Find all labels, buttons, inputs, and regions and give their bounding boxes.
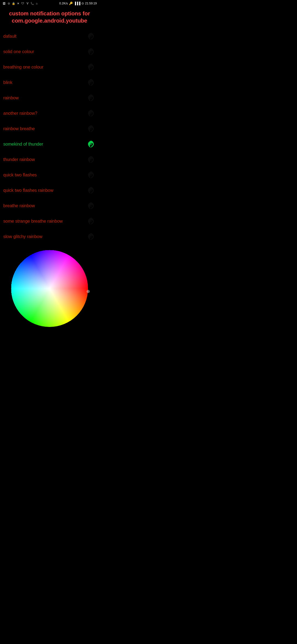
vpn-icon: 🔒	[12, 1, 15, 5]
list-item-slow-glitchy-rainbow[interactable]: slow glitchy rainbow	[2, 229, 97, 244]
list-item-some-strange-breathe-rainbow[interactable]: some strange breathe rainbow	[2, 214, 97, 229]
list-item-label-breathing-one-colour: breathing one colour	[3, 65, 43, 70]
rog-icon-rainbow	[86, 93, 96, 103]
list-item-label-thunder-rainbow: thunder rainbow	[3, 157, 35, 162]
list-item-label-another-rainbow: another rainbow?	[3, 111, 37, 116]
list-item-quick-two-flashes-rainbow[interactable]: quick two flashes rainbow	[2, 183, 97, 198]
gallery-icon: 🖼	[2, 1, 6, 5]
call-icon: ✕	[16, 1, 20, 5]
list-item-rainbow[interactable]: rainbow	[2, 90, 97, 106]
list-item-solid-one-colour[interactable]: solid one colour	[2, 44, 97, 59]
list-item-rainbow-breathe[interactable]: rainbow breathe	[2, 121, 97, 137]
crosshair-icon: ⊕	[85, 288, 91, 294]
list-item-thunder-rainbow[interactable]: thunder rainbow	[2, 152, 97, 167]
list-item-label-rainbow: rainbow	[3, 95, 19, 100]
rog-icon-quick-two-flashes-rainbow	[86, 185, 96, 195]
shield-icon: 🛡	[21, 1, 25, 5]
app-icon: ⌂	[35, 1, 39, 5]
list-item-label-quick-two-flashes-rainbow: quick two flashes rainbow	[3, 188, 53, 193]
list-item-label-some-strange-breathe-rainbow: some strange breathe rainbow	[3, 219, 63, 224]
list-item-blink[interactable]: blink	[2, 75, 97, 90]
status-icons-left: 🖼 ⊙ 🔒 ✕ 🛡 V 📞 ⌂	[2, 1, 39, 5]
options-list: dafault solid one colour breathing one c…	[0, 29, 99, 244]
page-title: custom notification options for com.goog…	[0, 7, 99, 29]
network-speed: 0.2K/s	[59, 2, 68, 5]
color-wheel[interactable]	[11, 250, 88, 327]
rog-icon-slow-glitchy-rainbow	[86, 232, 96, 242]
list-item-breathing-one-colour[interactable]: breathing one colour	[2, 59, 97, 75]
rog-icon-somekind-of-thunder	[86, 139, 96, 149]
rog-icon-rainbow-breathe	[86, 124, 96, 134]
rog-icon-some-strange-breathe-rainbow	[86, 216, 96, 226]
key-icon: 🔑	[69, 2, 73, 5]
list-item-breathe-rainbow[interactable]: breathe rainbow	[2, 198, 97, 214]
signal-icon: ▐▐▐	[74, 2, 80, 5]
list-item-label-default: dafault	[3, 34, 16, 39]
list-item-label-rainbow-breathe: rainbow breathe	[3, 126, 35, 131]
rog-icon-default	[86, 31, 96, 41]
rog-icon-another-rainbow	[86, 108, 96, 118]
status-right: 0.2K/s 🔑 ▐▐▐ ⊙ 21:59:19	[59, 2, 97, 5]
list-item-somekind-of-thunder[interactable]: somekind of thunder	[2, 137, 97, 152]
color-wheel-container[interactable]: ⊕	[0, 244, 99, 338]
rog-icon-thunder-rainbow	[86, 155, 96, 165]
list-item-label-solid-one-colour: solid one colour	[3, 49, 34, 54]
list-item-label-quick-two-flashes: quick two flashes	[3, 173, 37, 178]
list-item-quick-two-flashes[interactable]: quick two flashes	[2, 167, 97, 183]
clock-icon: ⊙	[81, 2, 84, 5]
rog-icon-quick-two-flashes	[86, 170, 96, 180]
time-display: 21:59:19	[85, 2, 97, 5]
list-item-label-slow-glitchy-rainbow: slow glitchy rainbow	[3, 234, 42, 239]
status-bar: 🖼 ⊙ 🔒 ✕ 🛡 V 📞 ⌂ 0.2K/s 🔑 ▐▐▐ ⊙ 21:59:19	[0, 0, 99, 7]
sync-icon: ⊙	[7, 1, 11, 5]
rog-icon-breathing-one-colour	[86, 62, 96, 72]
list-item-label-somekind-of-thunder: somekind of thunder	[3, 142, 43, 147]
list-item-label-blink: blink	[3, 80, 12, 85]
phone-icon: 📞	[30, 1, 34, 5]
list-item-label-breathe-rainbow: breathe rainbow	[3, 203, 35, 208]
list-item-another-rainbow[interactable]: another rainbow?	[2, 106, 97, 121]
rog-icon-blink	[86, 78, 96, 88]
list-item-default[interactable]: dafault	[2, 29, 97, 44]
rog-icon-breathe-rainbow	[86, 201, 96, 211]
rog-icon-solid-one-colour	[86, 47, 96, 57]
vantage-icon: V	[26, 1, 29, 5]
